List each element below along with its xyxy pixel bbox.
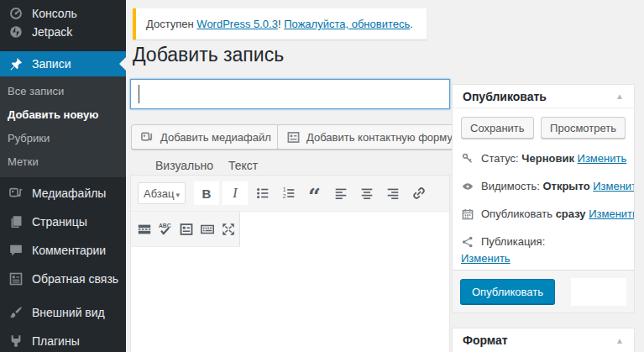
add-media-label: Добавить медиафайл bbox=[160, 131, 271, 144]
sidebar-item-posts[interactable]: Записи bbox=[0, 51, 126, 76]
preview-button[interactable]: Просмотреть bbox=[541, 117, 626, 139]
page-title: Добавить запись bbox=[133, 43, 284, 67]
schedule-label: Опубликовать bbox=[481, 208, 552, 220]
sidebar-item-appearance[interactable]: Внешний вид bbox=[0, 298, 126, 327]
editor-canvas[interactable] bbox=[131, 248, 449, 352]
publish-button[interactable]: Опубликовать bbox=[460, 279, 555, 304]
publish-panel-header[interactable]: Опубликовать bbox=[453, 85, 634, 108]
blockquote-button[interactable] bbox=[303, 182, 326, 204]
italic-button[interactable]: I bbox=[223, 181, 248, 205]
align-left-button[interactable] bbox=[329, 182, 352, 204]
format-panel-title: Формат bbox=[463, 334, 508, 347]
sidebar-item-comments[interactable]: Комментарии bbox=[0, 236, 126, 265]
plugins-icon bbox=[8, 334, 24, 349]
read-more-button[interactable] bbox=[137, 218, 152, 240]
add-contact-form-button[interactable]: Добавить контактную форму bbox=[277, 124, 462, 150]
publicize-label: Публикация: bbox=[481, 235, 545, 248]
collapse-icon[interactable] bbox=[615, 92, 624, 101]
admin-sidebar: Консоль Jetpack Записи Все записи Добави… bbox=[0, 0, 126, 352]
editor-canvas-top bbox=[241, 213, 449, 248]
wordpress-update-link[interactable]: WordPress 5.0.3 bbox=[196, 18, 278, 30]
editor-toolbar-row2: ABC bbox=[131, 212, 240, 247]
post-visibility-row: Видимость: Открыто Изменить bbox=[461, 180, 627, 193]
contact-form-icon bbox=[179, 222, 194, 237]
major-publishing-actions: Опубликовать bbox=[453, 270, 634, 313]
read-more-icon bbox=[137, 222, 152, 237]
italic-glyph: I bbox=[233, 186, 237, 201]
status-value: Черновик bbox=[521, 152, 574, 165]
spellcheck-icon: ABC bbox=[158, 222, 173, 237]
feedback-icon bbox=[8, 271, 24, 286]
bold-glyph: B bbox=[202, 187, 212, 201]
keyboard-icon bbox=[200, 222, 215, 237]
sidebar-item-label: Страницы bbox=[32, 215, 87, 229]
save-draft-button[interactable]: Сохранить bbox=[461, 117, 534, 139]
visibility-value: Открыто bbox=[542, 180, 589, 192]
edit-publicize-link[interactable]: Изменить bbox=[461, 252, 510, 265]
post-title-field-wrap bbox=[130, 79, 450, 109]
post-status-row: Статус: Черновик Изменить bbox=[461, 152, 627, 165]
collapse-icon[interactable] bbox=[615, 336, 624, 345]
submenu-item-tags[interactable]: Метки bbox=[0, 150, 126, 174]
sidebar-item-label: Jetpack bbox=[32, 25, 72, 39]
edit-schedule-link[interactable]: Изменить bbox=[589, 208, 634, 220]
comments-icon bbox=[8, 243, 24, 258]
calendar-icon bbox=[461, 208, 474, 221]
sidebar-item-jetpack[interactable]: Jetpack bbox=[0, 23, 126, 41]
pin-icon bbox=[8, 56, 24, 71]
post-schedule-text: Опубликовать сразу Изменить bbox=[481, 208, 634, 220]
submenu-item-categories[interactable]: Рубрики bbox=[0, 127, 126, 150]
share-icon bbox=[461, 235, 474, 249]
submenu-item-add-new[interactable]: Добавить новую bbox=[0, 103, 126, 127]
publish-panel: Опубликовать Сохранить Просмотреть Стату… bbox=[452, 84, 635, 313]
sidebar-item-media[interactable]: Медиафайлы bbox=[0, 179, 126, 208]
sidebar-item-label: Записи bbox=[32, 57, 71, 71]
editor-mode-tabs: Визуально Текст bbox=[155, 159, 258, 172]
sidebar-item-plugins[interactable]: Плагины bbox=[0, 327, 126, 352]
align-right-button[interactable] bbox=[381, 182, 404, 204]
svg-text:1: 1 bbox=[282, 187, 285, 192]
paragraph-format-label: Абзац bbox=[144, 187, 174, 200]
schedule-value: сразу bbox=[556, 208, 586, 220]
edit-status-link[interactable]: Изменить bbox=[578, 152, 627, 165]
post-visibility-text: Видимость: Открыто Изменить bbox=[481, 180, 634, 192]
visibility-label: Видимость: bbox=[481, 180, 540, 192]
insert-link-button[interactable] bbox=[407, 182, 430, 204]
sidebar-item-label: Медиафайлы bbox=[32, 187, 106, 200]
sidebar-item-dashboard[interactable]: Консоль bbox=[0, 4, 126, 23]
format-panel-header[interactable]: Формат bbox=[453, 328, 634, 352]
key-icon bbox=[461, 152, 474, 165]
edit-visibility-link[interactable]: Изменить bbox=[593, 180, 634, 192]
pages-icon bbox=[8, 214, 24, 229]
post-title-input[interactable] bbox=[131, 80, 449, 108]
fullscreen-button[interactable] bbox=[221, 218, 236, 240]
minor-publishing-actions: Сохранить Просмотреть bbox=[459, 117, 627, 139]
wordpress-admin-screen: { "page_title": "Добавить запись", "colo… bbox=[0, 0, 644, 352]
numbered-list-button[interactable]: 12 bbox=[277, 182, 300, 204]
please-update-link[interactable]: Пожалуйста, обновитесь bbox=[284, 18, 410, 30]
bold-button[interactable]: B bbox=[194, 181, 219, 205]
spellcheck-button[interactable]: ABC bbox=[158, 218, 173, 240]
tab-text[interactable]: Текст bbox=[228, 159, 258, 172]
dashboard-icon bbox=[8, 6, 24, 21]
toolbar-toggle-button[interactable] bbox=[200, 218, 215, 240]
submenu-item-all-posts[interactable]: Все записи bbox=[0, 80, 126, 103]
fullscreen-icon bbox=[221, 222, 236, 237]
add-media-button[interactable]: Добавить медиафайл bbox=[131, 124, 280, 150]
tab-visual[interactable]: Визуально bbox=[155, 159, 213, 172]
sidebar-item-pages[interactable]: Страницы bbox=[0, 208, 126, 236]
media-icon bbox=[140, 130, 154, 144]
align-center-icon bbox=[359, 186, 374, 201]
add-contact-form-label: Добавить контактную форму bbox=[306, 131, 453, 144]
svg-text:2: 2 bbox=[282, 193, 285, 199]
editor-toolbar-row1: Абзац B I 12 bbox=[131, 176, 449, 212]
bullet-list-button[interactable] bbox=[251, 182, 274, 204]
sidebar-item-label: Обратная связь bbox=[32, 272, 118, 286]
paragraph-format-dropdown[interactable]: Абзац bbox=[138, 182, 186, 204]
contact-form-toolbar-button[interactable] bbox=[179, 218, 194, 240]
content-editor: Абзац B I 12 ABC bbox=[130, 175, 450, 352]
jetpack-icon bbox=[8, 24, 24, 39]
sidebar-item-feedback[interactable]: Обратная связь bbox=[0, 265, 126, 293]
notice-text: Доступен bbox=[146, 18, 194, 30]
align-center-button[interactable] bbox=[355, 182, 378, 204]
